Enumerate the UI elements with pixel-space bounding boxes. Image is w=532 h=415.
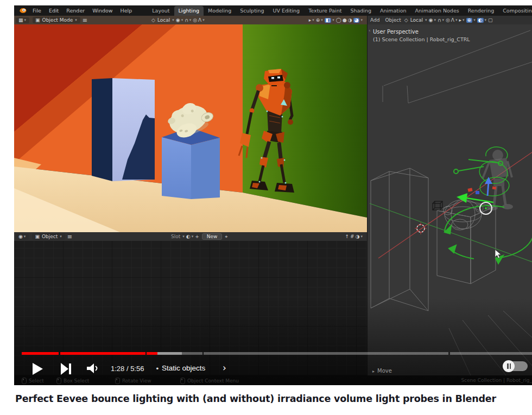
- orientation-label[interactable]: Local: [410, 17, 423, 23]
- speaker-icon: [87, 363, 94, 373]
- editor-type-icon: ▦: [18, 18, 23, 23]
- snap-magnet-icon[interactable]: ∩: [438, 18, 441, 23]
- progress-track-chapter4[interactable]: [204, 352, 448, 355]
- mode-dropdown[interactable]: ▣ Object Mode ▾: [33, 17, 80, 23]
- snap-magnet-icon[interactable]: ∩: [185, 18, 188, 23]
- chevron-down-icon: ▾: [24, 18, 27, 22]
- falloff-icon[interactable]: Λ: [451, 18, 454, 23]
- blender-logo-icon: [18, 8, 27, 14]
- plus-icon[interactable]: +: [195, 234, 199, 239]
- pin-icon[interactable]: ⌖: [225, 234, 227, 239]
- tab-animation[interactable]: Animation: [376, 6, 410, 16]
- progress-played-chapter2[interactable]: [60, 352, 145, 355]
- shader-editor-header: ◉ ▾ ▣ Object ▾ ≡ Slot ▾ ◐ ▾ + New ⌖ ↑ #: [14, 232, 367, 241]
- progress-buffered[interactable]: [157, 352, 182, 355]
- menu-help[interactable]: Help: [117, 8, 136, 14]
- chevron-down-icon: ▾: [360, 234, 363, 239]
- hamburger-icon[interactable]: ≡: [67, 234, 72, 240]
- material-sphere-icon[interactable]: ◐: [186, 234, 191, 239]
- chapter-separator: •: [155, 365, 160, 373]
- video-player[interactable]: File Edit Render Window Help Layout Ligh…: [14, 5, 532, 385]
- progress-bar[interactable]: [14, 352, 532, 355]
- tab-shading[interactable]: Shading: [346, 6, 376, 16]
- overlays-icon[interactable]: ◐: [477, 18, 484, 23]
- menu-edit[interactable]: Edit: [45, 8, 62, 14]
- page-title: Perfect Eevee bounce lighting with (and …: [15, 393, 525, 404]
- chevron-down-icon: ▾: [192, 234, 194, 239]
- page: { "caption": "Perfect Eevee bounce light…: [0, 0, 532, 415]
- menu-window[interactable]: Window: [88, 8, 116, 14]
- chevron-down-icon: ▾: [182, 234, 185, 239]
- menu-add[interactable]: Add: [368, 17, 382, 23]
- progress-played-chapter1[interactable]: [22, 352, 59, 355]
- editor-type-dropdown[interactable]: ▦ ▾: [16, 17, 29, 23]
- pivot-icon[interactable]: ◉: [429, 18, 433, 23]
- chevron-down-icon: ▾: [202, 18, 205, 22]
- frame-icon[interactable]: ▢: [488, 18, 493, 23]
- shading-material-icon[interactable]: ◑: [348, 18, 352, 23]
- chevron-down-icon: ▾: [332, 18, 334, 22]
- cube-wireframe: [437, 201, 496, 284]
- tab-lighting[interactable]: Lighting: [174, 6, 204, 16]
- object-icon: ▣: [35, 234, 40, 239]
- shader-type-dropdown[interactable]: ▣ Object ▾: [32, 233, 65, 240]
- y-axis-line: [370, 203, 532, 262]
- menu-render[interactable]: Render: [62, 8, 88, 14]
- orientation-label[interactable]: Local: [157, 17, 170, 23]
- tab-compositing[interactable]: Compositing: [498, 6, 532, 16]
- gizmos-icon[interactable]: ⊕: [466, 18, 473, 23]
- pause-icon: [510, 363, 511, 369]
- cursor-3d: [415, 222, 427, 234]
- slot-dropdown[interactable]: Slot: [171, 234, 180, 239]
- tab-animation-nodes[interactable]: Animation Nodes: [410, 6, 463, 16]
- parent-node-icon[interactable]: ↑: [345, 234, 350, 239]
- operator-hint-label: Move: [377, 368, 392, 374]
- blender-menubar: File Edit Render Window Help Layout Ligh…: [14, 5, 532, 16]
- progress-played-chapter3[interactable]: [147, 352, 157, 355]
- orientation-icon[interactable]: ◇: [404, 18, 408, 23]
- shading-solid-icon[interactable]: ●: [343, 18, 347, 23]
- play-button[interactable]: [33, 363, 43, 375]
- autoplay-toggle[interactable]: [503, 360, 529, 372]
- secondary-viewport[interactable]: Add Object ◇ Local ▾ ◉ ▾ ∩ ▾ ◎ Λ ▾ ▸ ▾ ⊕…: [367, 16, 532, 375]
- pivot-icon[interactable]: ◉: [176, 18, 180, 23]
- chevron-down-icon: ▾: [485, 18, 487, 22]
- snap-node-icon[interactable]: #: [350, 234, 354, 239]
- chapter-title[interactable]: Static objects: [162, 364, 205, 372]
- shader-editor-canvas[interactable]: [14, 241, 367, 375]
- tab-rendering[interactable]: Rendering: [464, 6, 499, 16]
- progress-track-chapter3[interactable]: [182, 352, 202, 355]
- volume-button[interactable]: [87, 363, 101, 374]
- selectability-icon[interactable]: ▸: [309, 18, 312, 23]
- chevron-down-icon: ▾: [434, 18, 436, 22]
- new-material-button[interactable]: New: [202, 233, 223, 240]
- hamburger-icon[interactable]: ≡: [83, 17, 87, 23]
- shading-wireframe-icon[interactable]: ◯: [336, 18, 341, 23]
- shading-rendered-icon[interactable]: ◕: [353, 18, 360, 23]
- tab-modeling[interactable]: Modeling: [204, 6, 236, 16]
- expand-triangle-icon[interactable]: ▸: [372, 369, 375, 374]
- progress-track-chapter5[interactable]: [450, 352, 532, 355]
- tab-layout[interactable]: Layout: [148, 6, 174, 16]
- orientation-icon[interactable]: ◇: [151, 18, 155, 23]
- chevron-down-icon: ▾: [473, 18, 476, 22]
- viewport-header: ▦ ▾ ▣ Object Mode ▾ ≡ ◇ Local ▾ ◉ ▾ ∩ ▾ …: [14, 16, 367, 24]
- falloff-icon[interactable]: Λ: [198, 18, 201, 23]
- tab-texture-paint[interactable]: Texture Paint: [304, 6, 346, 16]
- proportional-editing-icon[interactable]: ◎: [446, 18, 450, 23]
- menu-file[interactable]: File: [29, 8, 45, 14]
- xray-toggle-icon[interactable]: ◧: [325, 18, 332, 23]
- menu-object[interactable]: Object: [382, 17, 403, 23]
- gizmos-icon[interactable]: ⊕: [316, 18, 320, 23]
- tab-sculpting[interactable]: Sculpting: [236, 6, 268, 16]
- proportional-editing-icon[interactable]: ◎: [193, 18, 197, 23]
- tab-uv-editing[interactable]: UV Editing: [269, 6, 305, 16]
- selectability-icon[interactable]: ▸: [459, 18, 462, 23]
- chevron-down-icon: ▾: [24, 234, 26, 239]
- editor-type-dropdown[interactable]: ◉ ▾: [16, 234, 29, 240]
- overlays-icon[interactable]: ◑: [356, 234, 360, 239]
- next-button[interactable]: [61, 363, 74, 375]
- chapter-chevron-icon[interactable]: ›: [223, 362, 226, 373]
- chevron-down-icon: ▾: [75, 18, 77, 22]
- next-icon: [61, 363, 68, 375]
